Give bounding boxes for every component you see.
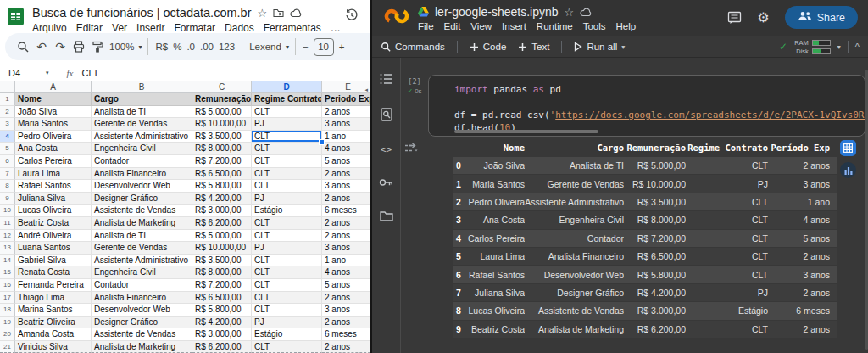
menu-item[interactable]: Dados <box>225 22 254 34</box>
run-all-button[interactable]: Run all ▾ <box>574 42 625 52</box>
cell[interactable]: Marina Santos <box>15 304 92 317</box>
row-number[interactable]: 3 <box>0 118 15 131</box>
cell[interactable]: 2 anos <box>322 217 370 230</box>
print-icon[interactable] <box>70 37 88 56</box>
cell[interactable]: Analista de TI <box>92 106 192 119</box>
menu-item[interactable]: Edit <box>444 21 461 31</box>
row-number[interactable]: 12 <box>0 230 15 243</box>
cell[interactable]: Ana Costa <box>15 143 92 155</box>
cell[interactable]: Analista Financeiro <box>92 168 192 181</box>
menu-item[interactable]: File <box>418 21 434 31</box>
version-history-icon[interactable] <box>345 8 359 25</box>
cell[interactable]: 2 anos <box>322 292 370 305</box>
row-number[interactable]: 15 <box>0 266 15 279</box>
cell[interactable]: Rafael Santos <box>15 180 92 193</box>
menu-item[interactable]: Inserir <box>136 22 164 34</box>
code-link[interactable]: https://docs.google.com/spreadsheets/d/e… <box>555 109 865 120</box>
cell[interactable]: 2 anos <box>322 106 370 119</box>
cell[interactable]: R$ 10.000,00 <box>192 118 252 131</box>
cell[interactable]: CLT <box>252 304 322 317</box>
cell[interactable]: R$ 5.800,00 <box>192 304 252 317</box>
cell[interactable]: Contador <box>92 155 192 168</box>
menu-item[interactable]: Ferramentas <box>264 22 321 34</box>
cell[interactable]: Remuneração <box>192 93 252 106</box>
secrets-key-icon[interactable] <box>379 175 393 190</box>
cell[interactable]: Gerente de Vendas <box>92 242 192 255</box>
cell[interactable]: 3 anos <box>322 304 370 317</box>
cell[interactable]: Luana Santos <box>15 242 92 255</box>
row-number[interactable]: 18 <box>0 304 15 317</box>
cell[interactable]: Beatriz Oliveira <box>15 317 92 329</box>
row-number[interactable]: 11 <box>0 217 15 230</box>
cell[interactable]: 2 anos <box>322 230 370 243</box>
row-number[interactable]: 17 <box>0 292 15 305</box>
cell[interactable]: Engenheira Civil <box>92 266 192 279</box>
cell[interactable]: Estágio <box>252 205 322 217</box>
cell[interactable]: Amanda Costa <box>15 328 92 341</box>
cell[interactable]: PJ <box>252 118 322 131</box>
cell[interactable]: 4 anos <box>322 143 370 155</box>
cell[interactable]: Contador <box>92 279 192 292</box>
cell[interactable]: 5 anos <box>322 155 370 168</box>
font-size-input[interactable]: 10 <box>314 38 334 56</box>
cell[interactable]: 5 anos <box>322 279 370 292</box>
cell[interactable]: 3 anos <box>322 118 370 131</box>
menu-item[interactable]: Insert <box>502 21 526 31</box>
cell[interactable]: R$ 6.500,00 <box>192 292 252 305</box>
cell[interactable]: Carlos Pereira <box>15 155 92 168</box>
selected-cell[interactable]: CLT <box>252 131 322 143</box>
cell[interactable]: R$ 3.500,00 <box>192 131 252 143</box>
settings-gear-icon[interactable]: ⚙ <box>757 11 769 25</box>
notebook-title[interactable]: ler-google-sheets.ipynb <box>435 5 559 19</box>
cell[interactable]: 6 meses <box>322 328 370 341</box>
undo-icon[interactable]: ↶ <box>32 37 51 56</box>
column-header-A[interactable]: A <box>15 81 92 93</box>
cell[interactable]: Periodo Exp <box>322 93 370 106</box>
sheets-logo-icon[interactable] <box>7 8 25 25</box>
cell[interactable]: CLT <box>252 143 322 155</box>
share-button[interactable]: Share <box>785 6 858 29</box>
cell[interactable]: 6 meses <box>322 205 370 217</box>
cell[interactable]: CLT <box>252 292 322 305</box>
decrease-font-size-button[interactable]: − <box>300 42 311 52</box>
resources-caret-icon[interactable]: ▾ <box>837 43 841 51</box>
collapse-toolbar-icon[interactable]: ^ <box>855 42 860 52</box>
row-number[interactable]: 2 <box>0 106 15 119</box>
cell[interactable]: Analista de Marketing <box>92 217 192 230</box>
cell[interactable]: 1 ano <box>322 131 370 143</box>
cell[interactable]: CLT <box>252 217 322 230</box>
cell[interactable]: R$ 3.000,00 <box>192 328 252 341</box>
row-number[interactable]: 19 <box>0 317 15 329</box>
cell[interactable]: CLT <box>252 106 322 119</box>
cell[interactable]: CLT <box>252 155 322 168</box>
cell[interactable]: André Oliveira <box>15 230 92 243</box>
cell[interactable]: João Silva <box>15 106 92 119</box>
commands-button[interactable]: Commands <box>381 42 445 52</box>
cell[interactable]: Gerente de Vendas <box>92 118 192 131</box>
currency-format-button[interactable]: R$ <box>153 42 170 52</box>
font-select[interactable]: Lexend <box>247 42 284 52</box>
more-formats-button[interactable]: 123 <box>216 42 237 52</box>
menu-item[interactable]: Editar <box>76 22 103 34</box>
cell[interactable]: Laura Lima <box>15 168 92 181</box>
cell[interactable]: 2 anos <box>322 193 370 205</box>
row-number[interactable]: 1 <box>0 93 15 106</box>
cell[interactable]: Analista de TI <box>92 230 192 243</box>
resource-meters[interactable]: RAM Disk <box>794 39 831 55</box>
cell[interactable]: 1 ano <box>322 255 370 267</box>
cell[interactable]: Analista de Marketing <box>92 341 192 353</box>
row-number[interactable]: 8 <box>0 180 15 193</box>
cell[interactable]: PJ <box>252 317 322 329</box>
row-number[interactable]: 14 <box>0 255 15 267</box>
row-number[interactable]: 20 <box>0 328 15 341</box>
cell[interactable]: CLT <box>252 341 322 353</box>
cell[interactable]: Lucas Oliveira <box>15 205 92 217</box>
menu-item[interactable]: Formatar <box>174 22 215 34</box>
cell[interactable]: Designer Gráfico <box>92 193 192 205</box>
cell[interactable]: Assistente Administrativo <box>92 131 192 143</box>
cell[interactable]: 2 anos <box>322 317 370 329</box>
cell[interactable]: CLT <box>252 230 322 243</box>
cell[interactable]: Desenvolvedor Web <box>92 180 192 193</box>
interactive-table-toggle-icon[interactable] <box>404 142 418 157</box>
cell[interactable]: CLT <box>252 180 322 193</box>
